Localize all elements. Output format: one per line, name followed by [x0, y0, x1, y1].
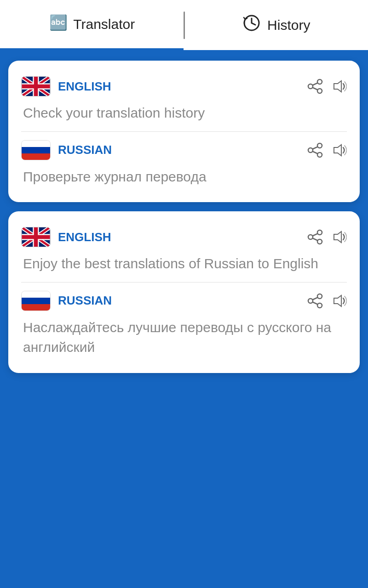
svg-text:🔤: 🔤 — [49, 14, 67, 31]
flag-uk-2 — [21, 227, 51, 247]
lang-header-en-2: ENGLISH — [21, 227, 347, 247]
translation-card-2: ENGLISH — [8, 211, 360, 373]
svg-marker-37 — [334, 232, 341, 243]
svg-line-42 — [313, 302, 318, 304]
share-button-en-1[interactable] — [307, 79, 323, 94]
svg-line-21 — [313, 151, 318, 153]
translation-card-1: ENGLISH — [8, 61, 360, 202]
flag-ru-2 — [21, 291, 51, 311]
translator-tab[interactable]: 🔤 Translator — [0, 0, 184, 50]
svg-rect-10 — [22, 85, 50, 89]
main-content: ENGLISH — [0, 51, 368, 382]
lang-header-ru-2: RUSSIAN — [21, 291, 347, 311]
lang-header-en-1: ENGLISH — [21, 76, 347, 96]
audio-button-en-1[interactable] — [331, 79, 347, 94]
history-tab[interactable]: History — [185, 0, 368, 50]
translator-tab-label: Translator — [73, 17, 135, 32]
lang-section-ru-1: RUSSIAN — [21, 131, 347, 192]
lang-actions-ru-1 — [307, 142, 347, 158]
audio-button-ru-2[interactable] — [331, 293, 347, 309]
translation-text-en-1: Check your translation history — [21, 103, 347, 123]
svg-point-38 — [317, 294, 322, 299]
audio-button-en-2[interactable] — [331, 229, 347, 245]
lang-actions-en-2 — [307, 229, 347, 245]
flag-uk-1 — [21, 76, 51, 96]
app-header: 🔤 Translator History — [0, 0, 368, 51]
audio-button-ru-1[interactable] — [331, 142, 347, 158]
translation-text-ru-1: Проверьте журнал перевода — [21, 167, 347, 187]
share-button-ru-2[interactable] — [307, 293, 323, 309]
lang-name-ru-1: RUSSIAN — [58, 143, 300, 157]
translator-icon: 🔤 — [48, 13, 67, 35]
lang-section-ru-2: RUSSIAN — [21, 282, 347, 362]
svg-point-40 — [308, 299, 313, 303]
svg-point-17 — [317, 143, 322, 148]
share-button-en-2[interactable] — [307, 229, 323, 245]
translation-text-ru-2: Наслаждайтесь лучшие переводы с русского… — [21, 317, 347, 357]
svg-line-20 — [313, 147, 318, 149]
svg-point-39 — [317, 303, 322, 308]
svg-point-19 — [308, 148, 313, 153]
svg-point-18 — [317, 153, 322, 157]
svg-line-41 — [313, 297, 318, 300]
svg-point-32 — [317, 230, 322, 235]
svg-point-11 — [317, 79, 322, 84]
lang-section-en-2: ENGLISH — [21, 222, 347, 278]
flag-ru-1 — [21, 140, 51, 160]
svg-marker-22 — [334, 145, 341, 156]
lang-header-ru-1: RUSSIAN — [21, 140, 347, 160]
lang-name-ru-2: RUSSIAN — [58, 294, 300, 308]
share-button-ru-1[interactable] — [307, 142, 323, 158]
svg-line-14 — [313, 83, 318, 85]
lang-actions-en-1 — [307, 79, 347, 94]
svg-point-34 — [308, 235, 313, 239]
svg-line-15 — [313, 88, 318, 90]
svg-marker-43 — [334, 295, 341, 306]
lang-name-en-2: ENGLISH — [58, 230, 300, 244]
svg-line-35 — [313, 234, 318, 236]
svg-point-12 — [317, 89, 322, 93]
translation-text-en-2: Enjoy the best translations of Russian t… — [21, 254, 347, 274]
svg-point-13 — [308, 84, 313, 89]
svg-line-36 — [313, 238, 318, 241]
svg-marker-16 — [334, 81, 341, 92]
svg-rect-31 — [22, 235, 50, 239]
lang-section-en-1: ENGLISH — [21, 72, 347, 128]
history-icon — [242, 14, 261, 36]
history-tab-label: History — [267, 17, 310, 33]
lang-actions-ru-2 — [307, 293, 347, 309]
svg-point-33 — [317, 239, 322, 244]
lang-name-en-1: ENGLISH — [58, 79, 300, 94]
